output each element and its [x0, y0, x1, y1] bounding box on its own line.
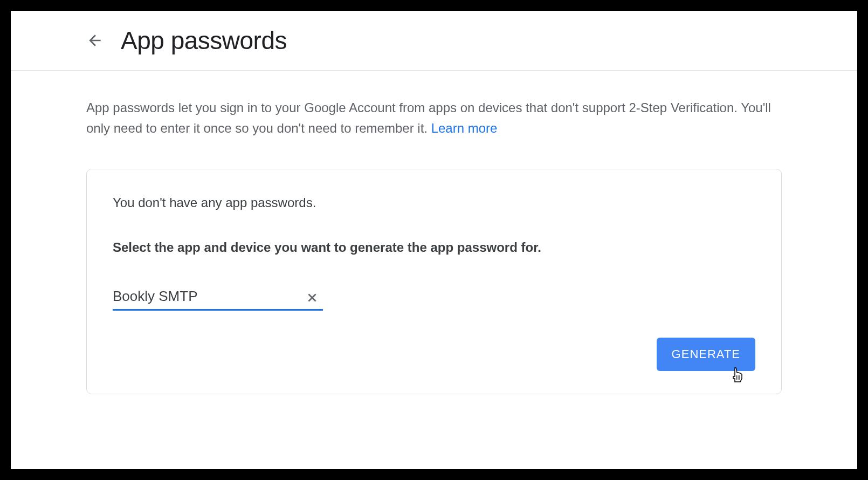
name-input-wrapper [113, 285, 323, 311]
generate-button[interactable]: GENERATE [657, 338, 755, 371]
description-body: App passwords let you sign in to your Go… [86, 100, 771, 135]
page-title: App passwords [121, 26, 287, 55]
button-row: GENERATE [113, 338, 755, 371]
description-text: App passwords let you sign in to your Go… [86, 98, 782, 139]
app-window: App passwords App passwords let you sign… [11, 11, 857, 469]
select-prompt-text: Select the app and device you want to ge… [113, 240, 755, 255]
learn-more-link[interactable]: Learn more [431, 121, 498, 135]
passwords-card: You don't have any app passwords. Select… [86, 169, 782, 394]
app-name-input[interactable] [113, 285, 323, 311]
no-passwords-text: You don't have any app passwords. [113, 195, 755, 210]
page-header: App passwords [11, 11, 857, 71]
page-content: App passwords let you sign in to your Go… [11, 71, 857, 421]
back-arrow-icon[interactable] [86, 32, 104, 49]
close-icon[interactable] [306, 291, 319, 304]
input-row [113, 285, 755, 311]
